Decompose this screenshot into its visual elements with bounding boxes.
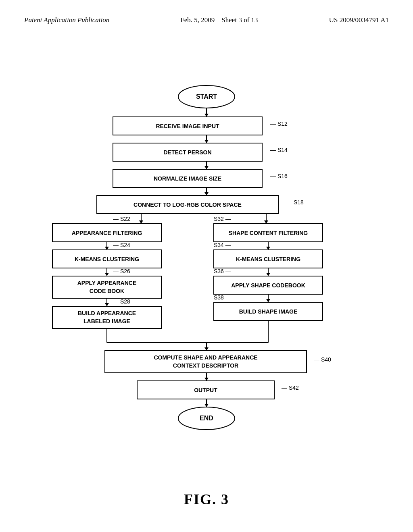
s26-label2: CODE BOOK [90, 288, 124, 294]
s18-step: — S18 [286, 199, 304, 206]
s42-label: OUTPUT [194, 387, 217, 393]
s22-label: APPEARANCE FILTERING [72, 230, 142, 236]
s24-step: — S24 [113, 242, 130, 248]
svg-marker-22 [105, 273, 109, 276]
s38-label: BUILD SHAPE IMAGE [239, 308, 298, 315]
s34-label: K-MEANS CLUSTERING [236, 256, 300, 262]
svg-marker-14 [139, 220, 143, 224]
svg-marker-11 [204, 192, 209, 195]
s18-label: CONNECT TO LOG-RGB COLOR SPACE [133, 202, 242, 208]
svg-marker-2 [204, 114, 209, 117]
flowchart-diagram: START RECEIVE IMAGE INPUT — S12 DETECT P… [0, 52, 413, 476]
s16-label: NORMALIZE IMAGE SIZE [154, 175, 221, 182]
svg-marker-16 [264, 220, 268, 224]
svg-marker-25 [105, 303, 109, 306]
s26-step: — S26 [113, 268, 130, 274]
header-publication: Patent Application Publication [24, 16, 109, 24]
page-header: Patent Application Publication Feb. 5, 2… [0, 0, 413, 24]
svg-marker-19 [105, 247, 109, 250]
s14-step: — S14 [270, 147, 288, 153]
s12-step: — S12 [270, 121, 288, 127]
s28-label2: LABELED IMAGE [83, 318, 130, 324]
s38-step: S38 — [214, 294, 231, 301]
start-label: START [196, 93, 217, 100]
end-label: END [200, 415, 213, 422]
svg-marker-42 [204, 347, 209, 351]
s24-label: K-MEANS CLUSTERING [75, 256, 139, 262]
s32-step: S32 — [214, 216, 231, 222]
svg-marker-29 [266, 247, 270, 250]
header-patent-number: US 2009/0034791 A1 [329, 16, 389, 24]
s40-step: — S40 [314, 356, 331, 363]
s36-label: APPLY SHAPE CODEBOOK [231, 282, 305, 289]
s14-label: DETECT PERSON [163, 149, 211, 156]
s40-label1: COMPUTE SHAPE AND APPEARANCE [154, 354, 257, 361]
s12-label: RECEIVE IMAGE INPUT [156, 123, 219, 129]
s28-step: — S28 [113, 298, 130, 305]
s42-step: — S42 [282, 384, 299, 391]
svg-marker-5 [204, 140, 209, 143]
s26-label1: APPLY APPEARANCE [77, 280, 137, 286]
s34-step: S34 — [214, 242, 231, 248]
s16-step: — S16 [270, 173, 288, 179]
s40-label2: CONTEXT DESCRIPTOR [173, 362, 238, 369]
s36-step: S36 — [214, 268, 231, 274]
figure-caption: FIG. 3 [0, 491, 413, 508]
s28-label1: BUILD APPEARANCE [78, 310, 136, 316]
svg-marker-32 [266, 273, 270, 276]
s32-label: SHAPE CONTENT FILTERING [229, 230, 308, 236]
svg-marker-35 [266, 299, 270, 302]
svg-marker-48 [204, 404, 209, 407]
s22-step: — S22 [113, 216, 130, 222]
svg-marker-8 [204, 166, 209, 169]
svg-marker-45 [204, 378, 209, 381]
header-date-sheet: Feb. 5, 2009 Sheet 3 of 13 [180, 16, 258, 24]
